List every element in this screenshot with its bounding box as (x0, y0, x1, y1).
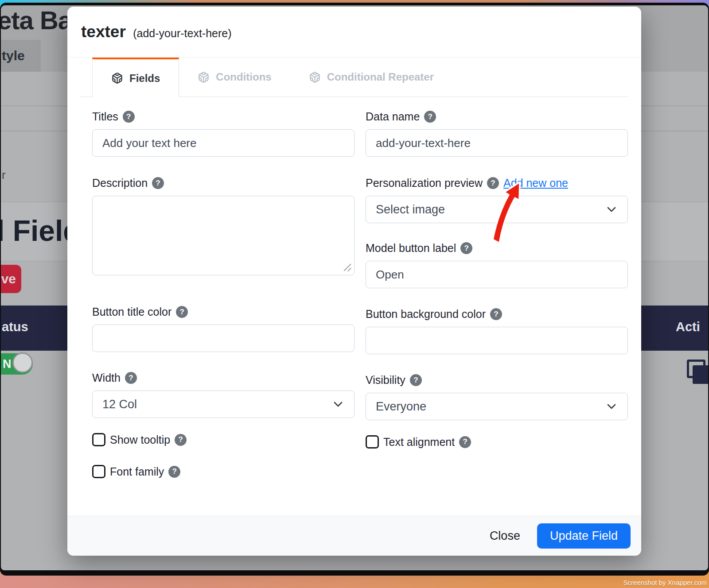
description-label-text: Description (92, 177, 148, 190)
modal-tabs: Fields Conditions (81, 58, 628, 97)
titles-label-text: Titles (92, 110, 118, 123)
tab-fields[interactable]: Fields (92, 58, 179, 97)
description-textarea-wrap (92, 196, 354, 275)
grip-line (344, 264, 351, 271)
status-toggle-label: N (3, 357, 12, 371)
text-alignment-label-text: Text alignment (383, 436, 455, 449)
button-bg-color-label: Button background color ? (366, 308, 628, 321)
background-save-label: ve (1, 271, 16, 286)
help-icon[interactable]: ? (175, 434, 187, 446)
modal-subtitle: (add-your-text-here) (133, 27, 231, 39)
close-button[interactable]: Close (490, 529, 520, 543)
button-bg-color-label-text: Button background color (366, 308, 486, 321)
width-label: Width ? (92, 371, 354, 384)
show-tooltip-label: Show tooltip ? (110, 433, 187, 446)
background-style-tab[interactable]: tyle (1, 40, 41, 72)
text-alignment-row: Text alignment ? (366, 435, 628, 449)
personalization-preview-select-value: Select image (376, 203, 445, 217)
description-label: Description ? (92, 177, 354, 190)
font-family-label-text: Font family (110, 465, 164, 478)
cube-icon (309, 71, 321, 83)
help-icon[interactable]: ? (123, 111, 135, 123)
visibility-select-value: Everyone (376, 400, 426, 414)
modal-body: Titles ? Description ? Button title colo… (67, 97, 641, 516)
text-alignment-label: Text alignment ? (383, 436, 471, 449)
background-row-label: r (2, 168, 6, 182)
add-new-one-link[interactable]: Add new one (503, 177, 568, 190)
duplicate-icon[interactable] (693, 365, 708, 384)
grip-line (347, 267, 351, 271)
font-family-row: Font family ? (92, 465, 354, 478)
modal-footer: Close Update Field (67, 516, 641, 556)
help-icon[interactable]: ? (487, 177, 499, 189)
personalization-preview-select[interactable]: Select image (366, 196, 628, 223)
help-icon[interactable]: ? (460, 242, 472, 254)
modal-header: texter (add-your-text-here) (67, 7, 641, 58)
right-column: Data name ? Personalization preview ? Ad… (366, 110, 628, 478)
tab-conditions-label: Conditions (216, 71, 271, 83)
button-title-color-input[interactable] (92, 325, 354, 352)
tab-conditional-repeater[interactable]: Conditional Repeater (290, 58, 452, 97)
cube-icon (198, 71, 210, 83)
help-icon[interactable]: ? (152, 177, 164, 189)
background-style-tab-label: tyle (2, 48, 25, 63)
tab-conditions[interactable]: Conditions (179, 58, 290, 97)
tab-conditional-repeater-label: Conditional Repeater (327, 71, 434, 83)
show-tooltip-row: Show tooltip ? (92, 433, 354, 446)
chevron-down-icon (605, 203, 618, 216)
help-icon[interactable]: ? (459, 436, 471, 448)
help-icon[interactable]: ? (125, 372, 137, 384)
personalization-preview-label-text: Personalization preview (366, 177, 483, 190)
width-select-value: 12 Col (102, 398, 137, 411)
chevron-down-icon (605, 400, 618, 413)
model-button-label-label: Model button label ? (366, 242, 628, 255)
chevron-down-icon (332, 398, 344, 410)
help-icon[interactable]: ? (410, 374, 422, 386)
button-bg-color-input[interactable] (366, 327, 628, 354)
width-select[interactable]: 12 Col (92, 391, 354, 418)
left-column: Titles ? Description ? Button title colo… (92, 110, 354, 478)
font-family-label: Font family ? (110, 465, 180, 478)
actions-column-header: Acti (676, 320, 700, 334)
tab-fields-label: Fields (129, 72, 160, 85)
model-button-label-input[interactable] (366, 261, 628, 288)
description-textarea[interactable] (92, 196, 354, 275)
modal-title: texter (81, 23, 126, 41)
show-tooltip-label-text: Show tooltip (110, 433, 170, 446)
text-alignment-checkbox[interactable] (366, 435, 379, 449)
button-title-color-label: Button title color ? (92, 306, 354, 318)
visibility-select[interactable]: Everyone (366, 393, 628, 420)
help-icon[interactable]: ? (424, 111, 436, 123)
titles-label: Titles ? (92, 110, 354, 123)
xnapper-watermark: Screenshot by Xnapper.com (623, 579, 707, 586)
titles-input[interactable] (92, 129, 354, 157)
data-name-label: Data name ? (366, 110, 628, 123)
help-icon[interactable]: ? (490, 308, 502, 320)
help-icon[interactable]: ? (176, 306, 188, 318)
model-button-label-text: Model button label (366, 242, 456, 255)
button-title-color-label-text: Button title color (92, 306, 171, 318)
field-settings-modal: texter (add-your-text-here) Fields (67, 7, 641, 556)
visibility-label: Visibility ? (366, 374, 628, 387)
font-family-checkbox[interactable] (92, 465, 105, 478)
personalization-preview-label: Personalization preview ? Add new one (366, 177, 628, 190)
resize-grip-icon[interactable] (343, 263, 352, 271)
status-column-header: atus (2, 320, 28, 334)
width-label-text: Width (92, 371, 121, 384)
visibility-label-text: Visibility (366, 374, 405, 387)
data-name-input[interactable] (366, 129, 628, 157)
help-icon[interactable]: ? (168, 466, 180, 478)
background-save-button[interactable]: ve (1, 265, 21, 293)
status-toggle-knob[interactable] (12, 352, 33, 373)
show-tooltip-checkbox[interactable] (92, 433, 105, 446)
data-name-label-text: Data name (366, 110, 420, 123)
cube-icon (111, 72, 123, 84)
update-field-button[interactable]: Update Field (537, 523, 631, 549)
